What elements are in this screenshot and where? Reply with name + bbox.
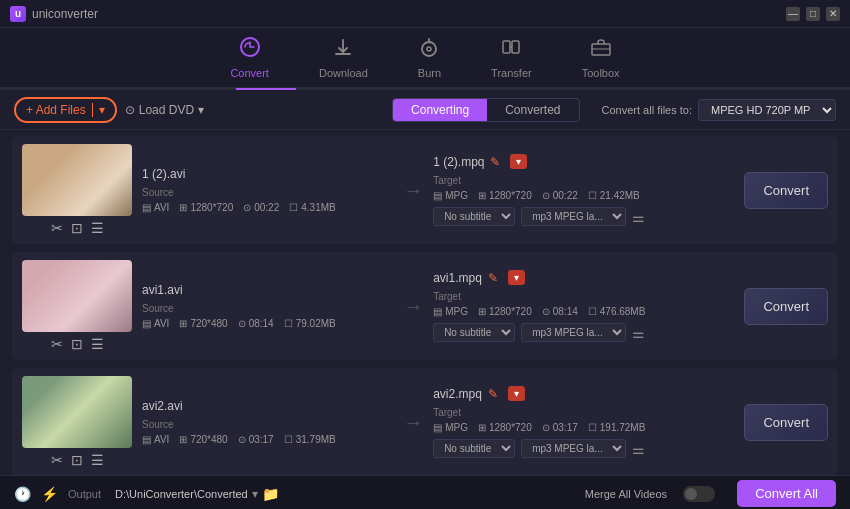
crop-icon-file3[interactable]: ⊡ xyxy=(71,452,83,468)
audio-select-file1[interactable]: mp3 MPEG la... xyxy=(521,207,626,226)
minimize-button[interactable]: — xyxy=(786,7,800,21)
audio-select-file2[interactable]: mp3 MPEG la... xyxy=(521,323,626,342)
load-dvd-arrow[interactable]: ▾ xyxy=(198,103,204,117)
crop-icon-file1[interactable]: ⊡ xyxy=(71,220,83,236)
settings-icon-file2[interactable]: ☰ xyxy=(91,336,104,352)
source-resolution-file1: ⊞ 1280*720 xyxy=(179,202,233,213)
file-info-left-file2: avi1.avi Source ▤ AVI ⊞ 720*480 ⊙ 08:14 … xyxy=(142,283,393,329)
arrow-right-file1: → xyxy=(403,179,423,202)
target-file-icon-file1: ☐ xyxy=(588,190,597,201)
source-label-file3: Source xyxy=(142,419,393,430)
nav-convert[interactable]: Convert xyxy=(230,36,269,79)
folder-icon[interactable]: 📁 xyxy=(262,486,279,502)
target-label-file3: Target xyxy=(433,407,734,418)
title-bar-controls[interactable]: — □ ✕ xyxy=(786,7,840,21)
target-duration-file2: ⊙ 08:14 xyxy=(542,306,578,317)
target-size-file3: ☐ 191.72MB xyxy=(588,422,646,433)
thumb-inner-file3 xyxy=(22,376,132,448)
source-meta-file2: ▤ AVI ⊞ 720*480 ⊙ 08:14 ☐ 79.02MB xyxy=(142,318,393,329)
clock-icon-file3: ⊙ xyxy=(238,434,246,445)
thumb-controls-file2: ✂ ⊡ ☰ xyxy=(51,336,104,352)
target-clock-icon-file1: ⊙ xyxy=(542,190,550,201)
subtitle-select-file3[interactable]: No subtitle xyxy=(433,439,515,458)
target-label-file1: Target xyxy=(433,175,734,186)
edit-icon-file2[interactable]: ✎ xyxy=(488,271,498,285)
nav-burn[interactable]: Burn xyxy=(418,36,441,79)
flash-icon[interactable]: ⚡ xyxy=(41,486,58,502)
nav-transfer[interactable]: Transfer xyxy=(491,36,532,79)
source-duration-file2: ⊙ 08:14 xyxy=(238,318,274,329)
file-info-right-file3: avi2.mpq ✎ ▾ Target ▤ MPG ⊞ 1280*720 ⊙ 0… xyxy=(433,386,734,458)
subtitle-row-file2: No subtitle mp3 MPEG la... ⚌ xyxy=(433,323,734,342)
settings-icon-file3[interactable]: ☰ xyxy=(91,452,104,468)
tab-converted[interactable]: Converted xyxy=(487,99,578,121)
target-name-row-file1: 1 (2).mpq ✎ ▾ xyxy=(433,154,734,169)
load-dvd-button[interactable]: ⊙ Load DVD ▾ xyxy=(125,103,204,117)
target-duration-file1: ⊙ 00:22 xyxy=(542,190,578,201)
close-button[interactable]: ✕ xyxy=(826,7,840,21)
file-item-file1: ✂ ⊡ ☰ 1 (2).avi Source ▤ AVI ⊞ 1280*720 … xyxy=(12,136,838,244)
merge-toggle[interactable] xyxy=(683,486,715,502)
convert-button-file3[interactable]: Convert xyxy=(744,404,828,441)
crop-icon-file2[interactable]: ⊡ xyxy=(71,336,83,352)
target-name-row-file2: avi1.mpq ✎ ▾ xyxy=(433,270,734,285)
source-resolution-file3: ⊞ 720*480 xyxy=(179,434,227,445)
audio-select-file3[interactable]: mp3 MPEG la... xyxy=(521,439,626,458)
add-files-dropdown-arrow[interactable]: ▾ xyxy=(92,103,105,117)
target-film-icon-file3: ▤ xyxy=(433,422,442,433)
add-files-button[interactable]: + Add Files ▾ xyxy=(14,97,117,123)
format-select[interactable]: MPEG HD 720P MP xyxy=(698,99,836,121)
thumb-controls-file3: ✂ ⊡ ☰ xyxy=(51,452,104,468)
edit-icon-file3[interactable]: ✎ xyxy=(488,387,498,401)
target-resolution-file2: ⊞ 1280*720 xyxy=(478,306,532,317)
tab-converting[interactable]: Converting xyxy=(393,99,487,121)
target-file-icon-file2: ☐ xyxy=(588,306,597,317)
target-film-icon-file2: ▤ xyxy=(433,306,442,317)
film-icon-file2: ▤ xyxy=(142,318,151,329)
output-label: Output xyxy=(68,488,101,500)
scissors-icon-file3[interactable]: ✂ xyxy=(51,452,63,468)
add-files-label: + Add Files xyxy=(26,103,86,117)
target-name-row-file3: avi2.mpq ✎ ▾ xyxy=(433,386,734,401)
subtitle-row-file1: No subtitle mp3 MPEG la... ⚌ xyxy=(433,207,734,226)
nav-bar-line xyxy=(0,88,850,90)
scissors-icon-file2[interactable]: ✂ xyxy=(51,336,63,352)
eq-icon-file2[interactable]: ⚌ xyxy=(632,325,645,341)
nav-download[interactable]: Download xyxy=(319,36,368,79)
target-filename-file3: avi2.mpq xyxy=(433,387,482,401)
target-dropdown-file2[interactable]: ▾ xyxy=(508,270,525,285)
subtitle-select-file2[interactable]: No subtitle xyxy=(433,323,515,342)
svg-point-2 xyxy=(427,47,431,51)
nav-toolbox[interactable]: Toolbox xyxy=(582,36,620,79)
output-path-dropdown[interactable]: ▾ xyxy=(252,487,258,501)
maximize-button[interactable]: □ xyxy=(806,7,820,21)
settings-icon-file1[interactable]: ☰ xyxy=(91,220,104,236)
subtitle-row-file3: No subtitle mp3 MPEG la... ⚌ xyxy=(433,439,734,458)
scissors-icon-file1[interactable]: ✂ xyxy=(51,220,63,236)
thumbnail-file1 xyxy=(22,144,132,216)
target-dropdown-file3[interactable]: ▾ xyxy=(508,386,525,401)
thumb-wrap-file2: ✂ ⊡ ☰ xyxy=(22,260,132,352)
nav-transfer-label: Transfer xyxy=(491,67,532,79)
app-title: uniconverter xyxy=(32,7,98,21)
svg-point-1 xyxy=(422,42,436,56)
title-bar: u uniconverter — □ ✕ xyxy=(0,0,850,28)
convert-button-file1[interactable]: Convert xyxy=(744,172,828,209)
file-info-right-file1: 1 (2).mpq ✎ ▾ Target ▤ MPG ⊞ 1280*720 ⊙ … xyxy=(433,154,734,226)
convert-all-button[interactable]: Convert All xyxy=(737,480,836,507)
target-res-icon-file1: ⊞ xyxy=(478,190,486,201)
target-film-icon-file1: ▤ xyxy=(433,190,442,201)
resolution-icon-file1: ⊞ xyxy=(179,202,187,213)
convert-button-file2[interactable]: Convert xyxy=(744,288,828,325)
eq-icon-file1[interactable]: ⚌ xyxy=(632,209,645,225)
edit-icon-file1[interactable]: ✎ xyxy=(490,155,500,169)
target-dropdown-file1[interactable]: ▾ xyxy=(510,154,527,169)
arrow-right-file2: → xyxy=(403,295,423,318)
eq-icon-file3[interactable]: ⚌ xyxy=(632,441,645,457)
target-file-icon-file3: ☐ xyxy=(588,422,597,433)
burn-icon xyxy=(418,36,440,63)
history-icon[interactable]: 🕐 xyxy=(14,486,31,502)
file-list: ✂ ⊡ ☰ 1 (2).avi Source ▤ AVI ⊞ 1280*720 … xyxy=(0,130,850,475)
subtitle-select-file1[interactable]: No subtitle xyxy=(433,207,515,226)
file-info-left-file1: 1 (2).avi Source ▤ AVI ⊞ 1280*720 ⊙ 00:2… xyxy=(142,167,393,213)
